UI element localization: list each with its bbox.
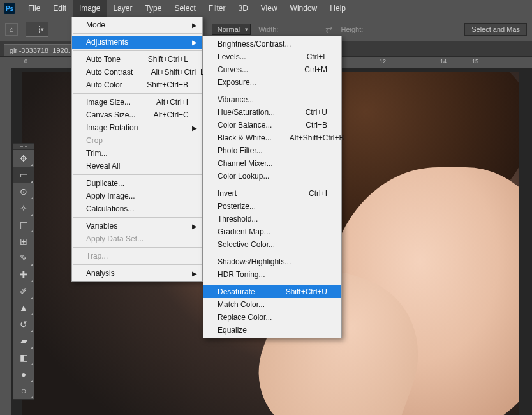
tool-eyedropper[interactable]: ✎: [13, 250, 34, 266]
image-item-analysis[interactable]: Analysis▶: [72, 267, 202, 280]
adjustments-item-vibrance[interactable]: Vibrance...: [203, 93, 341, 106]
image-item-adjustments[interactable]: Adjustments▶: [72, 36, 202, 49]
menu-help[interactable]: Help: [323, 0, 352, 17]
home-button[interactable]: ⌂: [5, 23, 18, 36]
image-item-image-size[interactable]: Image Size...Alt+Ctrl+I: [72, 96, 202, 109]
adjustments-item-match-color[interactable]: Match Color...: [203, 298, 341, 311]
adjustments-item-channel-mixer[interactable]: Channel Mixer...: [203, 157, 341, 170]
tool-wand[interactable]: ✧: [13, 200, 34, 216]
image-item-crop: Crop: [72, 134, 202, 147]
tool-history[interactable]: ↺: [13, 316, 34, 333]
adjustments-item-curves[interactable]: Curves...Ctrl+M: [203, 63, 341, 76]
image-item-image-rotation[interactable]: Image Rotation▶: [72, 121, 202, 134]
menu-layer[interactable]: Layer: [107, 0, 138, 17]
adjustments-item-invert[interactable]: InvertCtrl+I: [203, 187, 341, 200]
image-item-auto-contrast[interactable]: Auto ContrastAlt+Shift+Ctrl+L: [72, 66, 202, 79]
image-item-apply-data-set: Apply Data Set...: [72, 232, 202, 245]
adjustments-item-brightness-contrast[interactable]: Brightness/Contrast...: [203, 38, 341, 50]
image-item-reveal-all[interactable]: Reveal All: [72, 160, 202, 172]
ruler-vertical: [0, 68, 11, 415]
adjustments-item-photo-filter[interactable]: Photo Filter...: [203, 144, 341, 157]
tool-lasso[interactable]: ⊙: [13, 183, 34, 200]
style-select[interactable]: Normal▾: [212, 24, 251, 35]
image-item-calculations[interactable]: Calculations...: [72, 202, 202, 215]
tool-brush[interactable]: ✐: [13, 283, 34, 299]
menu-3d[interactable]: 3D: [232, 0, 254, 17]
tool-frame[interactable]: ⊞: [13, 233, 34, 250]
image-item-duplicate[interactable]: Duplicate...: [72, 177, 202, 190]
adjustments-item-threshold[interactable]: Threshold...: [203, 213, 341, 225]
menu-filter[interactable]: Filter: [202, 0, 232, 17]
image-item-variables[interactable]: Variables▶: [72, 220, 202, 232]
menu-file[interactable]: File: [22, 0, 47, 17]
menu-image[interactable]: Image: [73, 0, 107, 17]
width-label: Width:: [258, 26, 278, 33]
tool-gradient[interactable]: ◧: [13, 349, 34, 366]
adjustments-item-black-white[interactable]: Black & White...Alt+Shift+Ctrl+B: [203, 132, 341, 144]
adjustments-item-levels[interactable]: Levels...Ctrl+L: [203, 50, 341, 63]
adjustments-item-gradient-map[interactable]: Gradient Map...: [203, 225, 341, 238]
adjustments-item-desaturate[interactable]: DesaturateShift+Ctrl+U: [203, 285, 341, 298]
swap-icon[interactable]: ⇄: [325, 24, 333, 34]
image-item-trim[interactable]: Trim...: [72, 147, 202, 160]
adjustments-item-hue-saturation[interactable]: Hue/Saturation...Ctrl+U: [203, 106, 341, 119]
menubar: Ps FileEditImageLayerTypeSelectFilter3DV…: [0, 0, 532, 17]
tool-stamp[interactable]: ▲: [13, 299, 34, 316]
tool-preset[interactable]: ▾: [26, 22, 48, 37]
image-item-canvas-size[interactable]: Canvas Size...Alt+Ctrl+C: [72, 109, 202, 121]
tool-marquee[interactable]: ▭: [13, 167, 34, 183]
height-label: Height:: [341, 26, 363, 33]
tools-grip[interactable]: [13, 144, 34, 150]
adjustments-item-color-balance[interactable]: Color Balance...Ctrl+B: [203, 119, 341, 132]
document-tab[interactable]: girl-3033718_1920.: [4, 44, 77, 56]
image-item-trap: Trap...: [72, 250, 202, 262]
adjustments-item-exposure[interactable]: Exposure...: [203, 76, 341, 89]
image-item-auto-tone[interactable]: Auto ToneShift+Ctrl+L: [72, 53, 202, 66]
tool-dodge[interactable]: ○: [13, 382, 34, 399]
menu-image: Mode▶Adjustments▶Auto ToneShift+Ctrl+LAu…: [71, 17, 203, 282]
adjustments-item-replace-color[interactable]: Replace Color...: [203, 311, 341, 324]
menu-view[interactable]: View: [255, 0, 284, 17]
tool-crop[interactable]: ◫: [13, 216, 34, 233]
image-item-mode[interactable]: Mode▶: [72, 19, 202, 31]
adjustments-item-hdr-toning[interactable]: HDR Toning...: [203, 268, 341, 281]
tool-healing[interactable]: ✚: [13, 266, 34, 283]
menu-edit[interactable]: Edit: [47, 0, 73, 17]
select-and-mask-button[interactable]: Select and Mas: [464, 23, 527, 36]
tools-panel: ✥▭⊙✧◫⊞✎✚✐▲↺▰◧●○: [13, 143, 34, 400]
image-item-apply-image[interactable]: Apply Image...: [72, 190, 202, 202]
image-item-auto-color[interactable]: Auto ColorShift+Ctrl+B: [72, 79, 202, 91]
tool-eraser[interactable]: ▰: [13, 333, 34, 349]
menu-adjustments: Brightness/Contrast...Levels...Ctrl+LCur…: [203, 36, 342, 338]
menu-select[interactable]: Select: [168, 0, 202, 17]
adjustments-item-shadows-highlights[interactable]: Shadows/Highlights...: [203, 255, 341, 268]
adjustments-item-selective-color[interactable]: Selective Color...: [203, 238, 341, 251]
menu-type[interactable]: Type: [138, 0, 168, 17]
adjustments-item-equalize[interactable]: Equalize: [203, 324, 341, 336]
adjustments-item-posterize[interactable]: Posterize...: [203, 200, 341, 213]
tool-blur[interactable]: ●: [13, 366, 34, 382]
adjustments-item-color-lookup[interactable]: Color Lookup...: [203, 170, 341, 183]
menu-window[interactable]: Window: [284, 0, 324, 17]
tool-move[interactable]: ✥: [13, 150, 34, 167]
app-icon: Ps: [4, 3, 15, 14]
